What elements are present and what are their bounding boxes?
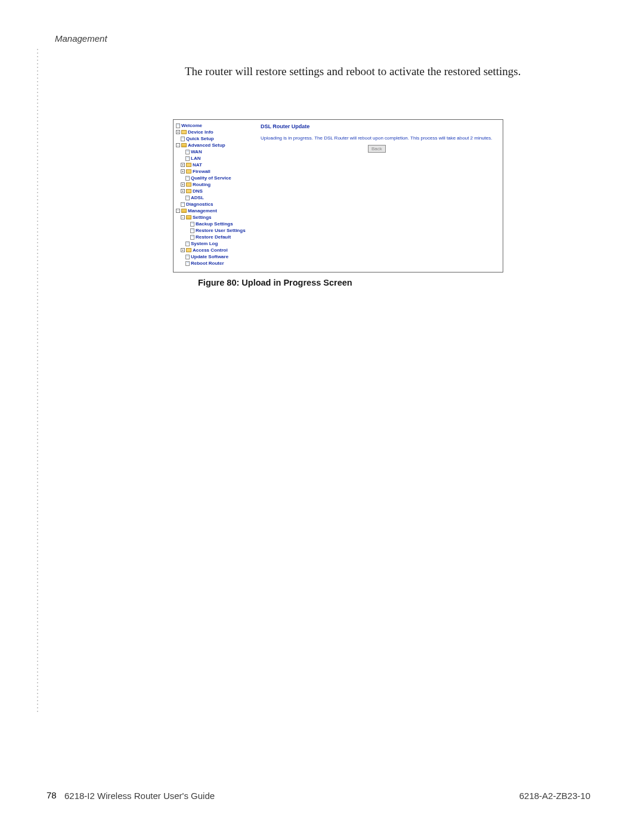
back-button: Back [368,145,386,153]
nav-restore-default[interactable]: Restore Default [176,234,253,240]
page-icon [181,202,185,207]
section-heading: Management [55,33,107,44]
nav-label: Diagnostics [186,201,213,208]
nav-routing[interactable]: +Routing [176,181,253,188]
folder-open-icon [181,143,187,147]
nav-label: LAN [191,155,200,162]
nav-label: Access Control [193,247,228,253]
nav-label: Advanced Setup [188,142,225,148]
page-icon [185,241,190,246]
nav-adsl[interactable]: ADSL [176,194,253,201]
page-icon [185,261,190,266]
page-icon [181,137,185,141]
nav-label: Settings [193,214,212,221]
folder-icon [186,189,191,193]
nav-dns[interactable]: +DNS [176,188,253,194]
nav-label: ADSL [191,194,204,201]
page-number: 78 [47,790,57,800]
plus-icon: + [181,169,185,174]
plus-icon: + [181,182,185,187]
nav-tree: Welcome +Device Info Quick Setup -Advanc… [174,120,255,272]
folder-icon [186,169,191,174]
nav-welcome[interactable]: Welcome [176,122,253,129]
nav-settings[interactable]: -Settings [176,214,253,221]
figure-caption: Figure 80: Upload in Progress Screen [198,278,352,287]
plus-icon: + [181,163,185,167]
nav-label: Restore User Settings [196,227,246,234]
nav-qos[interactable]: Quality of Service [176,175,253,181]
folder-open-icon [186,215,191,219]
plus-icon: + [181,248,185,252]
nav-label: Device Info [188,129,213,135]
nav-label: Quick Setup [186,135,214,142]
minus-icon: - [181,215,185,219]
page-icon [185,196,190,200]
nav-reboot-router[interactable]: Reboot Router [176,260,253,267]
page-icon [185,255,190,259]
nav-label: Update Software [191,253,228,260]
intro-paragraph: The router will restore settings and reb… [185,65,521,78]
nav-wan[interactable]: WAN [176,148,253,155]
nav-nat[interactable]: +NAT [176,162,253,168]
nav-lan[interactable]: LAN [176,155,253,162]
page-icon [185,150,190,154]
nav-advanced-setup[interactable]: -Advanced Setup [176,142,253,148]
footer-doc-id: 6218-A2-ZB23-10 [519,791,590,801]
page-icon [185,156,190,161]
nav-label: Backup Settings [196,221,233,227]
nav-system-log[interactable]: System Log [176,240,253,247]
nav-firewall[interactable]: +Firewall [176,168,253,175]
folder-icon [181,130,187,134]
page-icon [176,123,180,128]
nav-label: WAN [191,148,202,155]
minus-icon: - [176,143,180,147]
nav-label: DNS [193,188,203,194]
nav-device-info[interactable]: +Device Info [176,129,253,135]
page-icon [190,228,194,233]
nav-label: NAT [193,162,202,168]
nav-label: Management [188,208,217,214]
vertical-divider [37,48,38,714]
footer-guide-title: 6218-I2 Wireless Router User's Guide [64,791,215,801]
nav-label: Firewall [193,168,210,175]
nav-label: Routing [193,181,210,188]
nav-management[interactable]: -Management [176,208,253,214]
screenshot-figure: Welcome +Device Info Quick Setup -Advanc… [173,119,503,272]
folder-icon [186,163,191,167]
folder-icon [186,248,191,252]
nav-label: Welcome [181,122,202,129]
nav-diagnostics[interactable]: Diagnostics [176,201,253,208]
page-icon [190,222,194,227]
content-pane: DSL Router Update Uploading is in progre… [255,120,503,272]
content-message: Uploading is in progress. The DSL Router… [261,135,497,141]
nav-label: Quality of Service [191,175,231,181]
nav-restore-user-settings[interactable]: Restore User Settings [176,227,253,234]
plus-icon: + [181,189,185,193]
nav-update-software[interactable]: Update Software [176,253,253,260]
folder-open-icon [181,209,187,213]
page-icon [190,235,194,240]
nav-access-control[interactable]: +Access Control [176,247,253,253]
nav-label: Restore Default [196,234,231,240]
nav-quick-setup[interactable]: Quick Setup [176,135,253,142]
nav-backup-settings[interactable]: Backup Settings [176,221,253,227]
folder-icon [186,182,191,187]
content-title: DSL Router Update [261,123,497,129]
nav-label: System Log [191,240,218,247]
plus-icon: + [176,130,180,134]
page-icon [185,176,190,181]
minus-icon: - [176,209,180,213]
nav-label: Reboot Router [191,260,224,267]
